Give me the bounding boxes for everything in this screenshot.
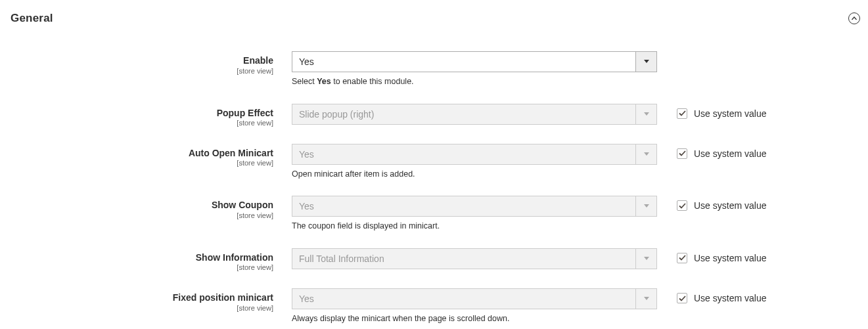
- use-system-checkbox[interactable]: [677, 200, 687, 211]
- control-enable: Yes Select Yes to enable this module.: [292, 51, 657, 88]
- label-text: Auto Open Minicart: [189, 148, 273, 158]
- dropdown-icon: [635, 248, 657, 269]
- select-value: Yes: [292, 288, 635, 309]
- use-system-label: Use system value: [694, 253, 766, 263]
- collapse-icon[interactable]: [848, 12, 860, 24]
- select-fixed-pos: Yes: [292, 288, 657, 309]
- use-system-checkbox[interactable]: [677, 148, 687, 159]
- scope-label: [store view]: [11, 67, 273, 76]
- use-system-checkbox[interactable]: [677, 293, 687, 303]
- control-show-coupon: Yes The coupon field is displayed in min…: [292, 196, 657, 232]
- row-enable: Enable [store view] Yes Select Yes to en…: [11, 51, 860, 88]
- row-fixed-pos: Fixed position minicart [store view] Yes…: [11, 288, 860, 325]
- use-system-label: Use system value: [694, 148, 766, 159]
- scope-label: [store view]: [11, 211, 273, 221]
- select-value: Yes: [292, 51, 635, 72]
- use-system-checkbox[interactable]: [677, 253, 687, 263]
- scope-label: [store view]: [11, 263, 273, 273]
- label-text: Fixed position minicart: [173, 292, 273, 303]
- note-fixed-pos: Always display the minicart when the pag…: [292, 313, 657, 325]
- section-title: General: [11, 12, 53, 25]
- scope-label: [store view]: [11, 119, 273, 128]
- checkbox-col: [657, 51, 788, 56]
- use-system-checkbox[interactable]: [677, 108, 687, 119]
- label-show-coupon: Show Coupon [store view]: [11, 196, 292, 220]
- label-auto-open: Auto Open Minicart [store view]: [11, 144, 292, 168]
- label-show-info: Show Information [store view]: [11, 248, 292, 273]
- select-value: Slide popup (right): [292, 104, 635, 125]
- svg-marker-4: [644, 257, 649, 260]
- svg-marker-5: [644, 297, 649, 300]
- control-show-info: Full Total Information: [292, 248, 657, 269]
- select-value: Full Total Information: [292, 248, 635, 269]
- checkbox-col-fixed-pos: Use system value: [657, 288, 788, 303]
- select-value: Yes: [292, 144, 635, 165]
- row-show-coupon: Show Coupon [store view] Yes The coupon …: [11, 196, 860, 232]
- dropdown-icon[interactable]: [635, 51, 657, 72]
- note-auto-open: Open minicart after item is added.: [292, 169, 657, 181]
- svg-marker-2: [644, 152, 649, 156]
- scope-label: [store view]: [11, 159, 273, 168]
- select-show-info: Full Total Information: [292, 248, 657, 269]
- label-fixed-pos: Fixed position minicart [store view]: [11, 288, 292, 313]
- label-text: Show Coupon: [212, 200, 273, 210]
- section-header: General: [11, 12, 860, 25]
- scope-label: [store view]: [11, 304, 273, 313]
- note-show-coupon: The coupon field is displayed in minicar…: [292, 221, 657, 232]
- control-fixed-pos: Yes Always display the minicart when the…: [292, 288, 657, 325]
- select-enable[interactable]: Yes: [292, 51, 657, 72]
- select-auto-open: Yes: [292, 144, 657, 165]
- label-text: Popup Effect: [217, 108, 273, 118]
- checkbox-col-show-coupon: Use system value: [657, 196, 788, 211]
- label-popup-effect: Popup Effect [store view]: [11, 104, 292, 128]
- use-system-label: Use system value: [694, 293, 766, 303]
- label-text: Enable: [243, 55, 273, 66]
- control-popup-effect: Slide popup (right): [292, 104, 657, 125]
- checkbox-col-auto-open: Use system value: [657, 144, 788, 159]
- label-enable: Enable [store view]: [11, 51, 292, 76]
- note-text: Select: [292, 77, 317, 86]
- row-popup-effect: Popup Effect [store view] Slide popup (r…: [11, 104, 860, 128]
- note-enable: Select Yes to enable this module.: [292, 76, 657, 88]
- use-system-label: Use system value: [694, 108, 766, 119]
- row-show-info: Show Information [store view] Full Total…: [11, 248, 860, 273]
- select-show-coupon: Yes: [292, 196, 657, 217]
- svg-marker-1: [644, 112, 649, 116]
- row-auto-open: Auto Open Minicart [store view] Yes Open…: [11, 144, 860, 181]
- note-text: to enable this module.: [331, 77, 414, 86]
- use-system-label: Use system value: [694, 200, 766, 211]
- select-popup-effect: Slide popup (right): [292, 104, 657, 125]
- config-fields: Enable [store view] Yes Select Yes to en…: [11, 51, 860, 329]
- dropdown-icon: [635, 196, 657, 217]
- svg-marker-3: [644, 204, 649, 208]
- control-auto-open: Yes Open minicart after item is added.: [292, 144, 657, 181]
- svg-marker-0: [644, 60, 649, 63]
- checkbox-col-show-info: Use system value: [657, 248, 788, 263]
- label-text: Show Information: [196, 252, 273, 263]
- dropdown-icon: [635, 288, 657, 309]
- dropdown-icon: [635, 144, 657, 165]
- dropdown-icon: [635, 104, 657, 125]
- checkbox-col-popup-effect: Use system value: [657, 104, 788, 119]
- note-bold: Yes: [317, 77, 331, 86]
- select-value: Yes: [292, 196, 635, 217]
